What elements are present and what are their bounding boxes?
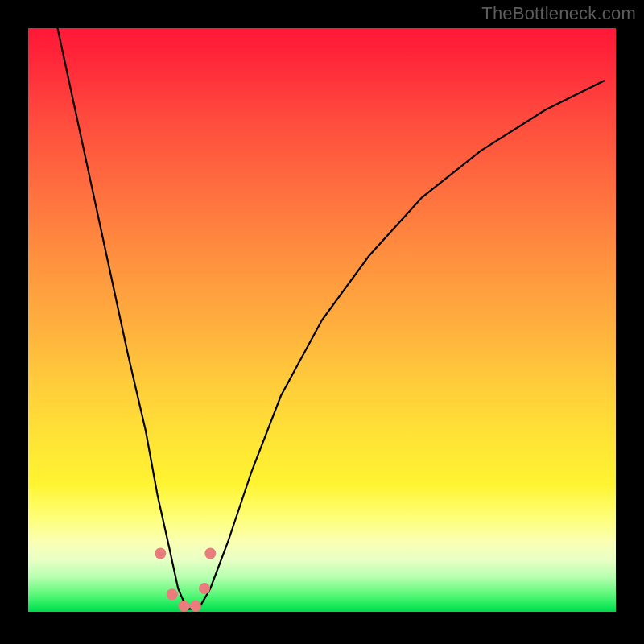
curve-path [58, 28, 605, 609]
plot-area [28, 28, 616, 612]
marker-group [155, 548, 216, 612]
marker-point [179, 601, 190, 612]
marker-point [155, 548, 166, 559]
marker-point [204, 548, 216, 559]
curve-svg [28, 28, 616, 612]
chart-frame: TheBottleneck.com [0, 0, 644, 644]
marker-point [167, 588, 178, 600]
marker-point [190, 601, 201, 612]
bottleneck-curve [58, 28, 605, 609]
watermark-label: TheBottleneck.com [481, 3, 636, 24]
marker-point [199, 583, 210, 594]
